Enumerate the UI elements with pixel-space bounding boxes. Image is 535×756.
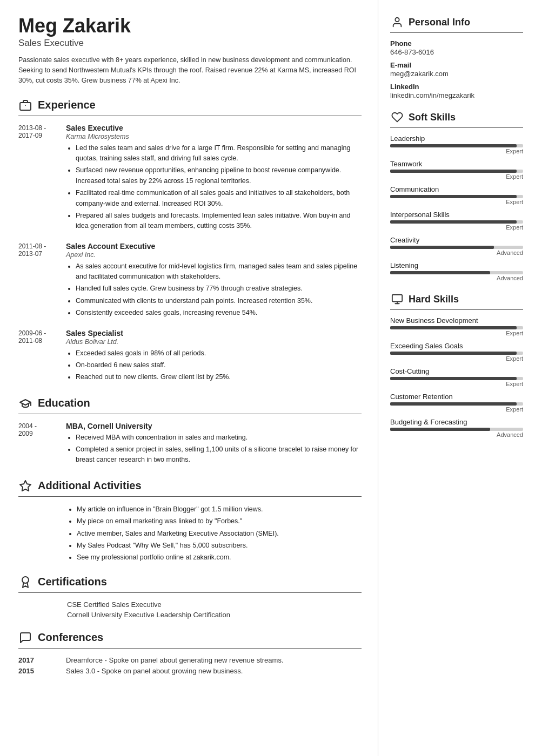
skill-bar-bg — [390, 170, 523, 173]
conference-entry: 2017 Dreamforce - Spoke on panel about g… — [18, 656, 362, 664]
conf-desc: Sales 3.0 - Spoke on panel about growing… — [66, 667, 362, 675]
skill-bar-fill — [390, 144, 517, 147]
skill-bar-bg — [390, 326, 523, 329]
skill-name: Creativity — [390, 236, 523, 244]
list-item: As sales account executive for mid-level… — [76, 261, 362, 282]
skill-row: Interpersonal Skills Expert — [390, 211, 523, 231]
conf-year: 2015 — [18, 667, 66, 675]
header-title: Sales Executive — [18, 38, 362, 49]
skill-bar-fill — [390, 195, 517, 198]
skill-bar-fill — [390, 377, 517, 380]
skill-bar-fill — [390, 246, 494, 249]
edu-bullets: Received MBA with concentration in sales… — [66, 433, 362, 465]
activities-section: Additional Activities My article on infl… — [18, 479, 362, 563]
skill-bar-fill — [390, 352, 517, 355]
conference-entry: 2015 Sales 3.0 - Spoke on panel about gr… — [18, 667, 362, 675]
soft-skills-label: Soft Skills — [409, 112, 456, 123]
education-entry: 2004 -2009 MBA, Cornell University Recei… — [18, 422, 362, 467]
skill-name: Communication — [390, 185, 523, 193]
skill-row: Teamwork Expert — [390, 160, 523, 180]
hard-skills-label: Hard Skills — [409, 294, 459, 305]
certifications-list: CSE Certified Sales ExecutiveCornell Uni… — [18, 600, 362, 619]
exp-company: Apexi Inc. — [66, 251, 362, 259]
skill-name: Leadership — [390, 134, 523, 143]
skill-bar-bg — [390, 144, 523, 147]
activities-list: My article on influence in "Brain Blogge… — [18, 504, 362, 563]
list-item: Surfaced new revenue opportunities, enha… — [76, 165, 362, 186]
experience-entry: 2011-08 -2013-07 Sales Account Executive… — [18, 242, 362, 320]
skill-level: Expert — [390, 199, 523, 205]
list-item: My article on influence in "Brain Blogge… — [77, 504, 362, 515]
skill-level: Expert — [390, 355, 523, 362]
list-item: Cornell University Executive Leadership … — [67, 611, 362, 619]
activities-label: Additional Activities — [38, 480, 142, 492]
skill-level: Expert — [390, 148, 523, 154]
certifications-icon — [18, 575, 32, 589]
skill-bar-fill — [390, 170, 517, 173]
exp-bullets: As sales account executive for mid-level… — [66, 261, 362, 319]
skill-bar-fill — [390, 271, 490, 274]
phone-label: Phone — [390, 39, 523, 48]
skill-row: Cost-Cutting Expert — [390, 367, 523, 387]
soft-skills-heading: Soft Skills — [390, 110, 523, 128]
experience-icon — [18, 98, 32, 112]
edu-content: MBA, Cornell University Received MBA wit… — [66, 422, 362, 467]
skill-level: Expert — [390, 224, 523, 231]
skill-name: Interpersonal Skills — [390, 211, 523, 219]
svg-rect-0 — [20, 103, 31, 110]
conf-year: 2017 — [18, 656, 66, 664]
skill-row: Exceeding Sales Goals Expert — [390, 342, 523, 362]
personal-info-heading: Personal Info — [390, 15, 523, 33]
skill-bar-fill — [390, 428, 490, 431]
skill-bar-bg — [390, 352, 523, 355]
experience-section: Experience 2013-08 -2017-09 Sales Execut… — [18, 98, 362, 384]
skill-bar-fill — [390, 220, 517, 224]
experience-heading: Experience — [18, 98, 362, 116]
skill-row: Leadership Expert — [390, 134, 523, 154]
conf-desc: Dreamforce - Spoke on panel about genera… — [66, 656, 362, 664]
experience-label: Experience — [38, 99, 96, 111]
header-summary: Passionate sales executive with 8+ years… — [18, 55, 362, 86]
soft-skills-icon — [390, 110, 404, 124]
exp-company: Aldus Bolivar Ltd. — [66, 338, 362, 346]
skill-bar-bg — [390, 377, 523, 380]
skill-bar-fill — [390, 326, 517, 329]
education-icon — [18, 396, 32, 410]
skill-level: Expert — [390, 173, 523, 180]
exp-bullets: Led the sales team and sales drive for a… — [66, 143, 362, 232]
certifications-heading: Certifications — [18, 575, 362, 593]
skill-bar-bg — [390, 195, 523, 198]
list-item: On-boarded 6 new sales staff. — [76, 360, 362, 370]
exp-content: Sales Executive Karma Microsystems Led t… — [66, 124, 362, 233]
conferences-heading: Conferences — [18, 631, 362, 649]
list-item: Completed a senior project in sales, sel… — [76, 444, 362, 465]
list-item: Handled full sales cycle. Grew business … — [76, 284, 362, 294]
left-column: Meg Zakarik Sales Executive Passionate s… — [0, 0, 378, 756]
skill-name: Cost-Cutting — [390, 367, 523, 375]
conferences-list: 2017 Dreamforce - Spoke on panel about g… — [18, 656, 362, 675]
svg-point-4 — [395, 18, 399, 22]
list-item: Communicated with clients to understand … — [76, 296, 362, 306]
personal-info-icon — [390, 15, 404, 29]
skill-bar-bg — [390, 220, 523, 224]
linkedin-label: LinkedIn — [390, 83, 523, 91]
skill-name: Exceeding Sales Goals — [390, 342, 523, 350]
list-item: See my professional portfolio online at … — [77, 552, 362, 563]
soft-skills-section: Soft Skills Leadership Expert Teamwork E… — [390, 110, 523, 281]
hard-skills-heading: Hard Skills — [390, 292, 523, 310]
list-item: Exceeded sales goals in 98% of all perio… — [76, 348, 362, 359]
education-list: 2004 -2009 MBA, Cornell University Recei… — [18, 422, 362, 467]
education-section: Education 2004 -2009 MBA, Cornell Univer… — [18, 396, 362, 467]
conferences-icon — [18, 631, 32, 645]
skill-level: Expert — [390, 330, 523, 336]
skill-row: Listening Advanced — [390, 261, 523, 281]
skill-name: New Business Development — [390, 316, 523, 325]
skill-row: Creativity Advanced — [390, 236, 523, 256]
soft-skills-list: Leadership Expert Teamwork Expert Commun… — [390, 134, 523, 281]
skill-level: Advanced — [390, 249, 523, 256]
list-item: Led the sales team and sales drive for a… — [76, 143, 362, 164]
certifications-label: Certifications — [38, 576, 107, 588]
exp-dates: 2011-08 -2013-07 — [18, 242, 66, 320]
list-item: Consistently exceeded sales goals, incre… — [76, 308, 362, 318]
skill-name: Budgeting & Forecasting — [390, 418, 523, 426]
